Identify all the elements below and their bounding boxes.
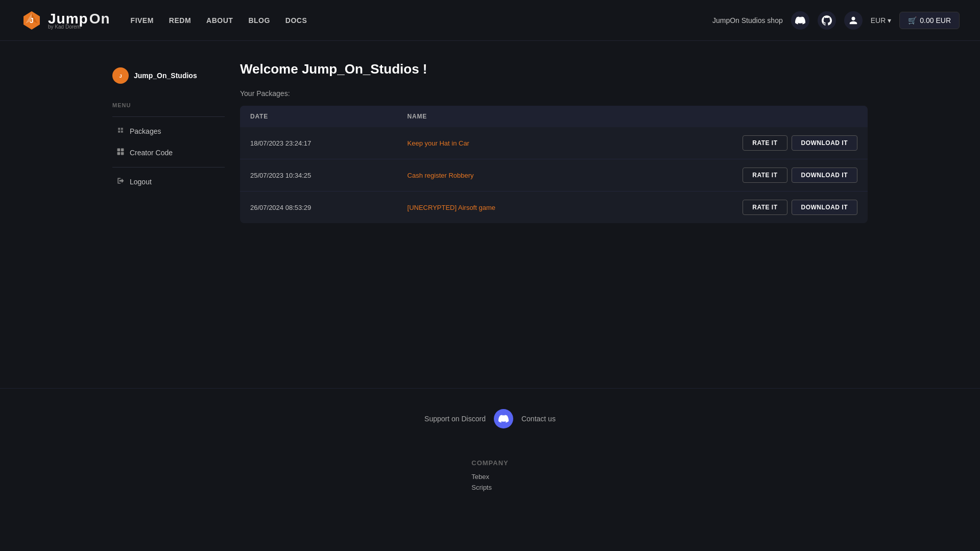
table-row: 18/07/2023 23:24:17 Keep your Hat in Car… — [240, 127, 868, 159]
package-date-2: 25/07/2023 10:34:25 — [240, 159, 397, 191]
sidebar-divider-top — [112, 116, 225, 117]
avatar: J — [112, 67, 129, 84]
cart-button[interactable]: 🛒 0.00 EUR — [899, 12, 960, 29]
sidebar-item-creator-code[interactable]: Creator Code — [112, 142, 225, 163]
main-nav: FIVEM REDM ABOUT BLOG DOCS — [131, 16, 307, 25]
svg-rect-8 — [117, 152, 121, 155]
sidebar-packages-label: Packages — [130, 127, 161, 135]
col-date: DATE — [240, 106, 397, 127]
footer-link-tebex[interactable]: Tebex — [471, 473, 508, 481]
nav-redm[interactable]: REDM — [169, 16, 191, 25]
svg-text:J: J — [119, 73, 122, 79]
package-name-2: Cash register Robbery — [397, 159, 607, 191]
nav-docs[interactable]: DOCS — [285, 16, 307, 25]
col-name: NAME — [397, 106, 607, 127]
package-link-1[interactable]: Keep your Hat in Car — [408, 139, 469, 147]
package-date-3: 26/07/2024 08:53:29 — [240, 191, 397, 224]
rate-button-1[interactable]: RATE IT — [743, 135, 787, 151]
sidebar: J Jump_On_Studios Menu Packages — [112, 61, 225, 327]
user-account-icon[interactable] — [844, 11, 863, 30]
github-header-icon[interactable] — [818, 11, 836, 30]
page-title: Welcome Jump_On_Studios ! — [240, 61, 868, 77]
currency-value: EUR — [871, 16, 886, 25]
table-row-1-actions: RATE IT DOWNLOAD IT — [617, 135, 857, 151]
footer-social: Support on Discord Contact us — [0, 388, 980, 444]
footer-discord-icon[interactable] — [494, 409, 513, 428]
sidebar-creator-code-label: Creator Code — [130, 149, 173, 157]
svg-rect-9 — [121, 152, 124, 155]
logo-icon: J — [20, 9, 43, 32]
creator-code-icon — [116, 148, 125, 158]
sidebar-divider-bottom — [112, 167, 225, 167]
footer: Support on Discord Contact us COMPANY Te… — [0, 388, 980, 530]
package-name-3: [UNECRYPTED] Airsoft game — [397, 191, 607, 224]
packages-icon — [116, 126, 125, 136]
download-button-3[interactable]: DOWNLOAD IT — [792, 200, 858, 215]
table-row: 26/07/2024 08:53:29 [UNECRYPTED] Airsoft… — [240, 191, 868, 224]
cart-icon: 🛒 — [908, 16, 917, 25]
cart-total: 0.00 EUR — [920, 16, 951, 25]
logo-link[interactable]: J Jump On by Kad Dorem — [20, 9, 110, 32]
main-content: Welcome Jump_On_Studios ! Your Packages:… — [240, 61, 868, 327]
sidebar-item-packages[interactable]: Packages — [112, 121, 225, 141]
footer-columns: COMPANY Tebex Scripts — [0, 444, 980, 510]
logout-icon — [116, 177, 125, 187]
rate-button-3[interactable]: RATE IT — [743, 200, 787, 215]
packages-section-label: Your Packages: — [240, 89, 868, 98]
nav-about[interactable]: ABOUT — [206, 16, 233, 25]
table-row-2-actions: RATE IT DOWNLOAD IT — [617, 167, 857, 183]
svg-text:J: J — [30, 16, 34, 25]
discord-header-icon[interactable] — [791, 11, 809, 30]
footer-contact-text: Contact us — [521, 415, 556, 423]
currency-chevron-icon: ▾ — [888, 16, 891, 25]
footer-col-company: COMPANY Tebex Scripts — [471, 459, 508, 494]
svg-rect-6 — [117, 149, 121, 152]
shop-link[interactable]: JumpOn Studios shop — [712, 16, 783, 25]
package-name-1: Keep your Hat in Car — [397, 127, 607, 159]
footer-company-label: COMPANY — [471, 459, 508, 467]
package-date-1: 18/07/2023 23:24:17 — [240, 127, 397, 159]
packages-table: DATE NAME 18/07/2023 23:24:17 Keep your … — [240, 106, 868, 223]
table-row: 25/07/2023 10:34:25 Cash register Robber… — [240, 159, 868, 191]
sidebar-user: J Jump_On_Studios — [112, 61, 225, 90]
footer-support-text: Support on Discord — [424, 415, 486, 423]
package-link-3[interactable]: [UNECRYPTED] Airsoft game — [408, 204, 495, 211]
package-link-2[interactable]: Cash register Robbery — [408, 172, 474, 179]
sidebar-logout-label: Logout — [130, 178, 152, 186]
sidebar-menu-label: Menu — [112, 98, 225, 112]
download-button-2[interactable]: DOWNLOAD IT — [792, 167, 858, 183]
download-button-1[interactable]: DOWNLOAD IT — [792, 135, 858, 151]
logo-subtext: by Kad Dorem — [48, 24, 110, 30]
footer-link-scripts[interactable]: Scripts — [471, 484, 508, 491]
sidebar-item-logout[interactable]: Logout — [112, 172, 225, 192]
col-actions — [607, 106, 868, 127]
rate-button-2[interactable]: RATE IT — [743, 167, 787, 183]
currency-selector[interactable]: EUR ▾ — [871, 16, 892, 25]
nav-blog[interactable]: BLOG — [248, 16, 270, 25]
nav-fivem[interactable]: FIVEM — [131, 16, 154, 25]
table-row-3-actions: RATE IT DOWNLOAD IT — [617, 200, 857, 215]
sidebar-username: Jump_On_Studios — [134, 71, 197, 80]
svg-rect-7 — [121, 149, 124, 152]
